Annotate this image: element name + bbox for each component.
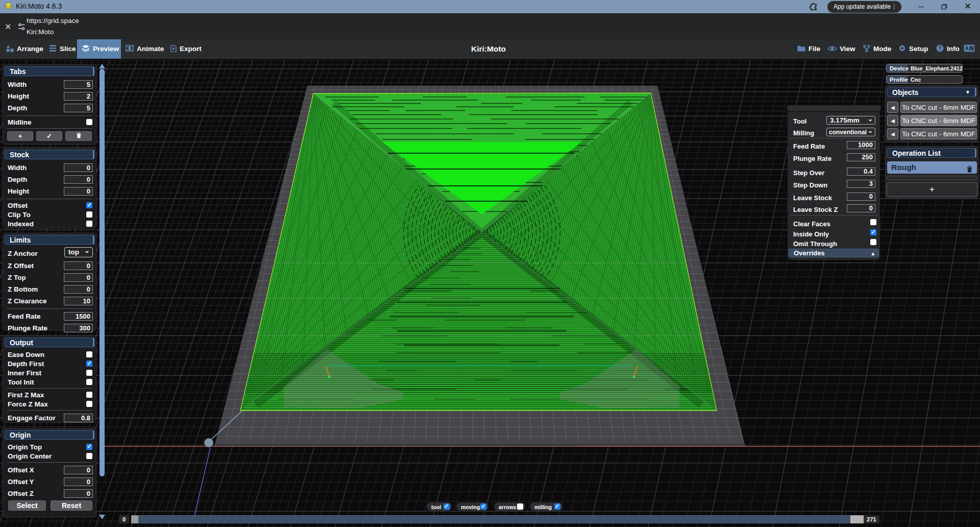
svg-text:?: ? <box>938 45 941 51</box>
svg-text:Z: Z <box>970 46 973 51</box>
svg-text:A: A <box>965 45 968 51</box>
